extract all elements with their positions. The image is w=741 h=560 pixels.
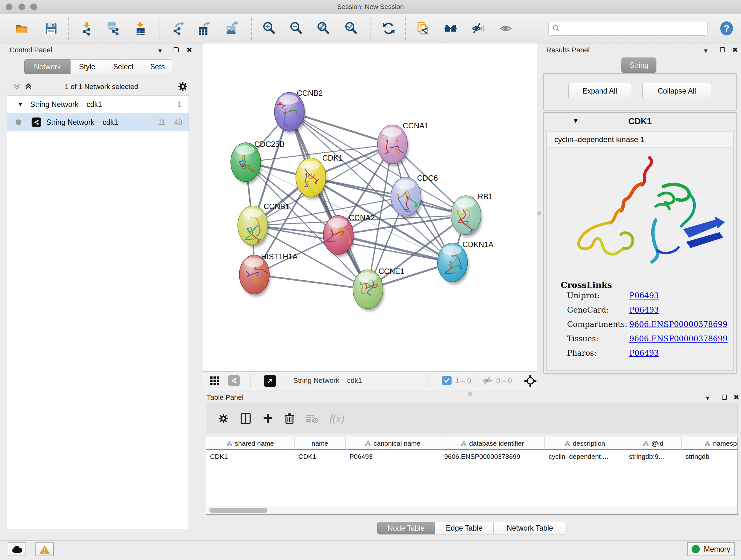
collapse-all-button[interactable]: Collapse All (643, 83, 711, 99)
zoom-out-button[interactable] (287, 19, 306, 38)
network-canvas[interactable]: CCNB2CCNA1CDC25BCDK1CDC6RB1CCNB1CCNA2CDK… (203, 44, 537, 371)
import-table-file-button[interactable] (131, 19, 150, 38)
crosslink-link[interactable]: 9606.ENSP00000378699 (629, 320, 728, 329)
close-panel-button[interactable]: ✖ (732, 46, 738, 54)
column-header-shared-name[interactable]: shared name (206, 437, 294, 450)
node-table[interactable]: shared namenamecanonical namedatabase id… (206, 437, 738, 515)
grid-view-icon[interactable] (210, 376, 220, 386)
search-field[interactable] (548, 21, 708, 36)
close-panel-button[interactable]: ✖ (733, 393, 739, 401)
show-all-button[interactable] (497, 19, 516, 38)
tab-node-table[interactable]: Node Table (377, 522, 435, 535)
panel-menu-arrow-icon[interactable]: ▾ (704, 47, 708, 55)
home-button[interactable] (441, 19, 460, 38)
network-row-selected[interactable]: String Network – cdk1 11 48 (7, 113, 189, 131)
memory-button[interactable]: Memory (687, 542, 735, 556)
tab-edge-table[interactable]: Edge Table (435, 522, 494, 535)
protein-structure-image (551, 150, 730, 278)
tab-string[interactable]: String (621, 57, 657, 73)
search-icon (552, 24, 560, 32)
show-columns-icon[interactable] (240, 413, 252, 425)
memory-label: Memory (704, 545, 730, 554)
create-column-icon[interactable] (262, 413, 273, 425)
hide-selected-button[interactable] (469, 19, 487, 38)
selected-count-badge: 1 – 0 (455, 377, 471, 385)
panel-menu-arrow-icon[interactable]: ▾ (706, 394, 710, 402)
search-input[interactable] (560, 24, 708, 33)
detach-view-button[interactable] (264, 375, 276, 387)
float-panel-button[interactable] (722, 395, 727, 401)
float-panel-button[interactable] (174, 47, 179, 54)
collapse-all-networks-icon[interactable] (12, 82, 22, 91)
column-header-canonical-name[interactable]: canonical name (346, 437, 441, 450)
refresh-button[interactable] (380, 19, 398, 38)
table-panel: Table Panel ▾ ✖ f(x) shared namenamecano… (202, 392, 741, 540)
crosslink-link[interactable]: P06493 (629, 291, 659, 300)
import-network-file-button[interactable] (77, 19, 96, 38)
tree-expander-icon[interactable]: ▼ (17, 101, 23, 108)
save-session-button[interactable] (42, 19, 60, 38)
toolbar-separator (477, 374, 477, 388)
panel-menu-arrow-icon[interactable]: ▾ (158, 47, 162, 55)
scrollbar-thumb[interactable] (209, 508, 267, 513)
delete-column-icon[interactable] (284, 412, 295, 425)
cloud-status-button[interactable] (8, 543, 26, 556)
zoom-fit-icon (316, 21, 331, 36)
export-image-icon (224, 21, 239, 36)
crosslink-row: GeneCard:P06493 (567, 306, 659, 314)
import-network-database-button[interactable] (104, 19, 122, 38)
open-session-button[interactable] (12, 19, 31, 38)
float-panel-button[interactable] (720, 47, 725, 54)
table-row[interactable]: CDK1CDK1P064939606.ENSP00000378699cyclin… (206, 450, 738, 462)
column-header-namespace[interactable]: namespace (682, 437, 738, 450)
network-collection-row[interactable]: ▼ String Network – cdk1 1 (7, 96, 189, 113)
zoom-in-button[interactable] (260, 19, 278, 38)
table-cell[interactable]: 9606.ENSP00000378699 (441, 450, 545, 462)
export-network-button[interactable] (169, 19, 187, 38)
zoom-selected-button[interactable] (342, 19, 360, 38)
table-cell[interactable]: P06493 (346, 450, 441, 462)
help-button[interactable]: ? (718, 19, 736, 38)
warnings-button[interactable] (36, 543, 54, 556)
birds-eye-view-icon[interactable] (524, 374, 537, 388)
table-cell[interactable]: CDK1 (294, 450, 346, 462)
column-header--id[interactable]: @id (625, 437, 682, 450)
network-tree: ▼ String Network – cdk1 1 String Network… (7, 95, 189, 530)
table-cell[interactable]: cyclin–dependent ... (545, 450, 625, 462)
selected-checkbox-icon[interactable] (442, 376, 452, 385)
tab-style[interactable]: Style (71, 59, 104, 74)
tab-sets[interactable]: Sets (143, 59, 172, 74)
crosslink-link[interactable]: P06493 (629, 349, 659, 358)
column-header-database-identifier[interactable]: database identifier (441, 437, 545, 450)
current-network-indicator (16, 119, 21, 125)
crosslink-label: Pharos: (567, 349, 629, 358)
column-header-description[interactable]: description (545, 437, 625, 450)
protein-card-header[interactable]: ▼ CDK1 (544, 113, 736, 131)
table-cell[interactable]: CDK1 (206, 450, 294, 462)
network-options-gear-icon[interactable] (178, 81, 188, 92)
expand-all-button[interactable]: Expand All (568, 83, 631, 99)
clone-network-button[interactable] (414, 19, 432, 38)
expand-all-networks-icon[interactable] (23, 82, 33, 91)
export-image-button[interactable] (222, 19, 241, 38)
crosslink-label: Tissues: (567, 334, 629, 343)
export-table-button[interactable] (194, 19, 213, 38)
tab-select[interactable]: Select (104, 59, 143, 74)
zoom-out-icon (289, 21, 304, 36)
column-header-name[interactable]: name (294, 437, 346, 450)
network-view-icon[interactable] (228, 375, 240, 386)
protein-name: CDK1 (544, 117, 736, 126)
table-settings-gear-icon[interactable] (218, 413, 229, 424)
home-icon (443, 21, 458, 36)
zoom-fit-button[interactable] (314, 19, 333, 38)
horizontal-scrollbar[interactable] (206, 506, 738, 514)
string-network-graph[interactable]: CCNB2CCNA1CDC25BCDK1CDC6RB1CCNB1CCNA2CDK… (203, 44, 537, 371)
tab-network[interactable]: Network (24, 59, 71, 74)
crosslink-link[interactable]: 9606.ENSP00000378699 (629, 334, 728, 343)
table-cell[interactable]: stringdb (682, 450, 738, 462)
tab-network-table[interactable]: Network Table (494, 522, 566, 535)
close-panel-button[interactable]: ✖ (186, 46, 192, 54)
vertical-splitter-handle[interactable] (537, 211, 542, 215)
table-cell[interactable]: stringdb:9... (625, 450, 682, 462)
crosslink-link[interactable]: P06493 (629, 306, 659, 314)
